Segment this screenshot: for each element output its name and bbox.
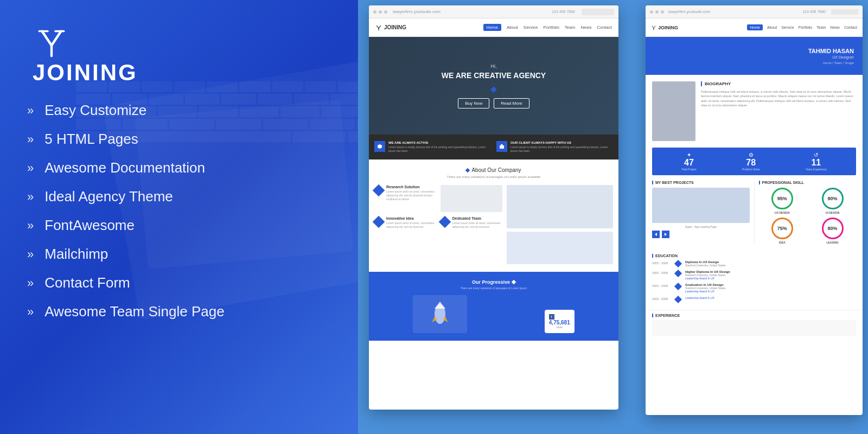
main-preview-header: JOINING Home About Service Portfolio Tea… — [369, 18, 618, 37]
feature-label-ideal-agency: Ideal Agency Theme — [44, 188, 173, 205]
experience-label: Years Experience — [806, 168, 827, 171]
edu-info-2: Higher Diploma In UX Design Stanford Uni… — [685, 270, 856, 280]
facebook-f: f — [549, 314, 554, 320]
about-feat-text-3: Dedicated Team Lorem ipsum dolor sit ame… — [452, 216, 502, 229]
about-feat-desc-2: Lorem ipsum dolor sit amet, consectetur … — [386, 221, 436, 229]
projects-title: MY BEST PROJECTS — [652, 181, 750, 184]
about-feat-text-2: Innovative Idea Lorem ipsum dolor sit am… — [386, 216, 436, 229]
secondary-preview-header: JOINING Home About Service Portfolio Tea… — [646, 18, 863, 37]
skill-circle-ui: 90% — [822, 188, 844, 209]
secondary-nav: Home About Service Portfolio Team News C… — [747, 24, 857, 30]
about-keyboard-image — [507, 232, 613, 264]
progressive-content: f 4,75,681 Likes — [374, 295, 613, 333]
education-title: EDUCATION — [652, 254, 856, 258]
right-arrow-icon — [664, 233, 667, 236]
preview-logo-text: JOINING — [384, 24, 406, 30]
about-images — [507, 185, 613, 264]
skill-idea: 75% IDEA — [759, 218, 806, 244]
chevron-icon-6: » — [27, 247, 34, 261]
project-thumbnail — [652, 188, 750, 223]
hero-buttons: Buy Now Read More — [458, 98, 529, 108]
about-heading: About Our Company — [374, 167, 613, 173]
experience-icon: ↺ — [806, 152, 827, 158]
edu-award-3: Leadership Award In UX — [685, 290, 856, 293]
hero-title: WE ARE CREATIVE AGENCY — [442, 71, 546, 80]
svg-marker-8 — [378, 144, 382, 149]
about-feat-title-3: Dedicated Team — [452, 216, 502, 220]
prog-rocket-illustration — [413, 295, 467, 333]
s-browser-search — [831, 9, 858, 15]
nav-news: News — [580, 25, 591, 30]
feature-item-fontawesome: » FontAwesome — [16, 217, 358, 234]
svg-rect-9 — [500, 145, 504, 149]
s-browser-dot — [650, 10, 653, 14]
edu-item-3: 2005 - 2008 Graduation In UX Design Stan… — [652, 283, 856, 293]
hero-buy-btn[interactable]: Buy Now — [458, 98, 489, 108]
logo-icon — [33, 22, 71, 60]
s-nav-team: Team — [816, 25, 826, 29]
prog-diamond — [512, 280, 516, 284]
svg-marker-19 — [665, 233, 667, 236]
profile-hero: TAHMID HASAN UX Designer Home / Team / S… — [646, 37, 863, 75]
about-content: Research Solution Lorem ipsum dolor sit … — [374, 185, 613, 264]
problem-solve-label: Problem Solve — [742, 168, 760, 171]
nav-team: Team — [565, 25, 576, 30]
stat-desc-client: Lorem ipsum is simply dummy text of the … — [510, 145, 613, 153]
feature-label-fontawesome: FontAwesome — [44, 217, 135, 234]
preview-secondary: lawyerfirm.youtsuite.com 123 456 7890 JO… — [646, 5, 863, 415]
browser-url: lawyerfirm.youtsuite.com — [393, 9, 545, 14]
hero-read-btn[interactable]: Read More — [494, 98, 529, 108]
main-preview-hero: Hi, WE ARE CREATIVE AGENCY Buy Now Read … — [369, 37, 618, 135]
s-logo-text: JOINING — [658, 25, 678, 30]
about-feat-diamond-1 — [373, 184, 385, 197]
stat-title-active: WE ARE ALWAYS ACTIVE — [388, 141, 491, 144]
main-about-section: About Our Company There are many variati… — [369, 159, 618, 272]
project-label: Apple - App Landing Page — [652, 225, 750, 228]
s-browser-url: lawyerfirm.youtsuite.com — [668, 10, 797, 14]
about-feat-diamond-3 — [438, 216, 451, 228]
feature-list: » Easy Customize » 5 HTML Pages » Awesom… — [0, 102, 358, 320]
feature-item-ideal-agency: » Ideal Agency Theme — [16, 188, 358, 205]
preview-main: lawyerfirm.youtsuite.com 123 456 7890 JO… — [369, 5, 618, 410]
hero-subtitle: Hi, — [491, 63, 497, 69]
svg-line-15 — [652, 26, 654, 28]
progressive-section: Our Progressive There are many variation… — [369, 272, 618, 341]
edu-info-3: Graduation In UX Design Stanford Univers… — [685, 283, 856, 293]
about-image-placeholder — [441, 185, 502, 212]
preview-logo-icon — [375, 24, 382, 31]
edu-dot-2 — [674, 270, 682, 277]
social-likes-count: 4,75,681 — [549, 320, 570, 326]
problem-solve-val: 78 — [742, 158, 760, 168]
right-panel: lawyerfirm.youtsuite.com 123 456 7890 JO… — [358, 0, 868, 434]
s-nav-service: Service — [781, 25, 794, 29]
skill-name-ui: UI DESIGN — [809, 211, 856, 214]
feature-label-html-pages: 5 HTML Pages — [44, 131, 138, 148]
prev-arrow[interactable] — [652, 231, 660, 238]
facebook-icon-row: f — [549, 314, 570, 320]
feature-item-documentation: » Awesome Documentation — [16, 159, 358, 176]
browser-dot — [379, 10, 382, 14]
briefcase-icon — [499, 144, 505, 149]
s-browser-dot — [655, 10, 659, 14]
s-nav-portfolio: Portfolio — [799, 25, 813, 29]
nav-home: Home — [483, 24, 501, 31]
svg-marker-12 — [435, 302, 445, 309]
projects-skills-section: MY BEST PROJECTS Apple - App Landing Pag… — [646, 175, 863, 250]
edu-dot-3 — [674, 283, 682, 290]
left-panel: JOINING » Easy Customize » 5 HTML Pages … — [0, 0, 358, 434]
edu-school-1: Stanford University, United States — [685, 264, 856, 267]
feature-item-easy-customize: » Easy Customize — [16, 102, 358, 119]
svg-line-5 — [376, 25, 379, 28]
stat-icon-client — [496, 141, 507, 152]
stat-item-active: WE ARE ALWAYS ACTIVE Lorem ipsum is simp… — [374, 141, 491, 153]
profile-role: UX Designer — [832, 55, 854, 59]
progressive-subtext: There are many variations of passages of… — [374, 286, 613, 290]
chevron-icon-4: » — [27, 190, 34, 204]
skill-leading: 80% LEADING — [809, 218, 856, 244]
bio-text: Pellentesque tristique velit vel libero … — [701, 90, 856, 107]
edu-info-4: Leadership Award In UX — [685, 296, 856, 299]
stat-problem-solve: ⚙ 78 Problem Solve — [742, 152, 760, 171]
chevron-icon-7: » — [27, 276, 34, 290]
next-arrow[interactable] — [662, 231, 669, 238]
secondary-browser-bar: lawyerfirm.youtsuite.com 123 456 7890 — [646, 5, 863, 18]
